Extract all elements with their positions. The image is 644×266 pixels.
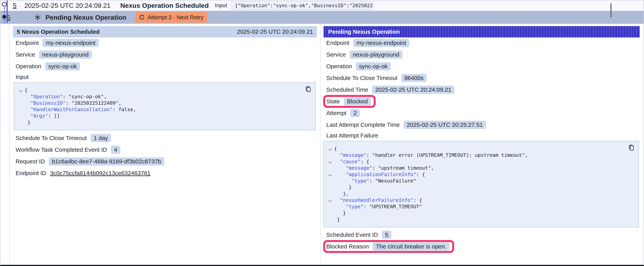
pending-operation-panel: Pending Nexus Operation Endpoint my-nexu… (320, 24, 643, 265)
event-details-container: 5 Nexus Operation Scheduled 2025-02-25 U… (9, 24, 643, 265)
event-row-nexus-operation-scheduled[interactable]: 5 2025-02-25 UTC 20:24:09.21 Nexus Opera… (0, 1, 644, 11)
field-label: Operation (326, 63, 352, 70)
input-preview-chip[interactable]: {"Operation":"sync-op-ok","BusinessID":"… (231, 1, 373, 10)
retry-badge-label: Attempt 2 · Next Retry (148, 14, 204, 21)
selected-event-accent-bar (7, 1, 8, 23)
copy-icon[interactable] (628, 144, 635, 151)
field-label: Workflow Task Completed Event ID (16, 146, 107, 153)
field-label: Operation (16, 63, 41, 70)
json-line: } (328, 184, 634, 190)
field-label: Last Attempt Complete Time (326, 122, 400, 128)
field-row-blocked-reason: Blocked Reason The circuit breaker is op… (326, 242, 637, 251)
field-label: Blocked Reason (326, 243, 369, 250)
pending-panel-body: Endpoint my-nexus-endpoint Service nexus… (320, 39, 643, 251)
field-row-workflow-task-completed-event-id: Workflow Task Completed Event ID 4 (16, 145, 314, 154)
json-line: } (328, 216, 634, 223)
event-id-link[interactable]: 5 (13, 2, 16, 9)
scheduled-panel-body: Endpoint my-nexus-endpoint Service nexus… (10, 39, 320, 177)
field-row-endpoint: Endpoint my-nexus-endpoint (326, 39, 637, 47)
panel-title: Pending Nexus Operation (328, 29, 400, 35)
input-label: Input (215, 2, 227, 9)
input-json-block: { "Operation": "sync-op-ok", "BusinessID… (14, 82, 316, 130)
event-timestamp: 2025-02-25 UTC 20:24:09.21 (24, 2, 110, 9)
json-line: "message": "handler error (UPSTREAM_TIME… (328, 152, 634, 158)
field-value-chip: my-nexus-endpoint (353, 39, 409, 47)
field-label: Attempt (326, 110, 346, 116)
collapse-chevron-icon[interactable] (19, 87, 24, 93)
field-row-service: Service nexus-playground (16, 50, 314, 59)
copy-icon[interactable] (305, 86, 312, 92)
field-label: Endpoint ID (16, 170, 46, 176)
json-line: { (19, 87, 311, 93)
json-line: "HandlerWaitForCancellation": false, (19, 106, 311, 113)
json-line: } (19, 119, 311, 126)
timeline-rail (0, 1, 9, 24)
field-row-operation: Operation sync-op-ok (16, 62, 314, 71)
last-attempt-failure-label: Last Attempt Failure (326, 132, 637, 139)
scheduled-panel-header: 5 Nexus Operation Scheduled 2025-02-25 U… (13, 26, 317, 38)
field-row-operation: Operation sync-op-ok (326, 62, 637, 71)
field-row-endpoint: Endpoint my-nexus-endpoint (16, 39, 314, 47)
field-row-attempt: Attempt 2 (326, 109, 637, 117)
blocked-reason-annotation-highlight: Blocked Reason The circuit breaker is op… (326, 242, 450, 250)
field-row-schedule-to-close-timeout: Schedule To Close Timeout 1 day (16, 134, 314, 142)
field-value-chip: 1 day (91, 134, 111, 142)
input-section-label: Input (16, 74, 314, 81)
pending-asterisk-icon (34, 14, 41, 21)
endpoint-id-link[interactable]: 3c0c75ccfa8144b092c13ce632463761 (50, 170, 150, 176)
field-value-chip: 4 (111, 146, 120, 154)
timeline-dashed-connector (4, 8, 5, 14)
panel-title: 5 Nexus Operation Scheduled (17, 29, 100, 35)
field-value-chip: nexus-playground (39, 51, 92, 59)
event-title: Pending Nexus Operation (46, 14, 126, 21)
scheduled-event-panel: 5 Nexus Operation Scheduled 2025-02-25 U… (10, 24, 320, 265)
field-label: Scheduled Time (326, 86, 368, 93)
pending-node-icon (2, 15, 6, 19)
json-line: "nexusHandlerFailureInfo": { (328, 197, 634, 203)
event-title: Nexus Operation Scheduled (120, 2, 208, 9)
field-value-chip: nexus-playground (350, 51, 402, 59)
field-row-service: Service nexus-playground (326, 50, 637, 59)
field-value-chip: sync-op-ok (356, 62, 391, 70)
field-row-state: State Blocked (326, 97, 637, 106)
field-value-chip: my-nexus-endpoint (42, 39, 98, 47)
field-value-chip: 5 (382, 231, 392, 239)
refresh-icon (139, 15, 145, 20)
timeline-dashed-connector (4, 19, 5, 23)
event-node-icon (2, 2, 7, 7)
field-value-chip: 2 (350, 109, 360, 117)
field-row-scheduled-time: Scheduled Time 2025-02-25 UTC 20:24:09.2… (326, 85, 637, 94)
json-line: } (328, 210, 634, 216)
json-line: "cause": { (328, 158, 634, 165)
collapse-chevron-icon[interactable] (328, 145, 334, 152)
field-row-endpoint-id: Endpoint ID 3c0c75ccfa8144b092c13ce63246… (16, 169, 314, 177)
scrollbar-thumb[interactable] (610, 3, 612, 18)
json-line: }, (328, 190, 634, 197)
field-label: Endpoint (16, 40, 38, 46)
field-row-last-attempt-complete-time: Last Attempt Complete Time 2025-02-25 UT… (326, 121, 637, 129)
field-row-scheduled-event-id: Scheduled Event ID 5 (326, 230, 637, 239)
failure-json-block: { "message": "handler error (UPSTREAM_TI… (323, 141, 639, 227)
collapse-chevron-icon[interactable] (328, 197, 334, 203)
field-value-chip: 2025-02-25 UTC 20:24:09.21 (372, 86, 454, 94)
field-label: Service (16, 51, 35, 58)
field-label: Scheduled Event ID (326, 231, 378, 238)
field-row-request-id: Request ID b1c6a4bc-8ee7-468a-9169-df3b0… (16, 157, 314, 166)
field-row-schedule-to-close-timeout: Schedule To Close Timeout 86400s (326, 74, 637, 82)
field-value-chip: sync-op-ok (45, 62, 80, 70)
temporal-event-history-screen: 5 2025-02-25 UTC 20:24:09.21 Nexus Opera… (0, 0, 644, 266)
pending-panel-header: Pending Nexus Operation (324, 26, 640, 38)
collapse-chevron-icon[interactable] (328, 171, 334, 178)
collapse-chevron-icon[interactable] (328, 158, 334, 165)
field-label: Service (326, 51, 346, 58)
json-line: "BusinessID": "20250225122409", (19, 100, 311, 106)
json-line: "type": "UPSTREAM_TIMEOUT" (328, 203, 634, 210)
json-line: "Operation": "sync-op-ok", (19, 93, 311, 100)
blocked-reason-value-chip: The circuit breaker is open. (373, 242, 450, 250)
event-row-pending-nexus-operation[interactable]: 5 Pending Nexus Operation Attempt 2 · Ne… (0, 11, 644, 24)
json-line: "message": "upstream timeout", (328, 165, 634, 171)
retry-badge: Attempt 2 · Next Retry (135, 12, 208, 23)
state-value-chip: Blocked (344, 97, 371, 106)
json-line: "type": "NexusFailure" (328, 178, 634, 184)
json-line: { (328, 145, 634, 152)
